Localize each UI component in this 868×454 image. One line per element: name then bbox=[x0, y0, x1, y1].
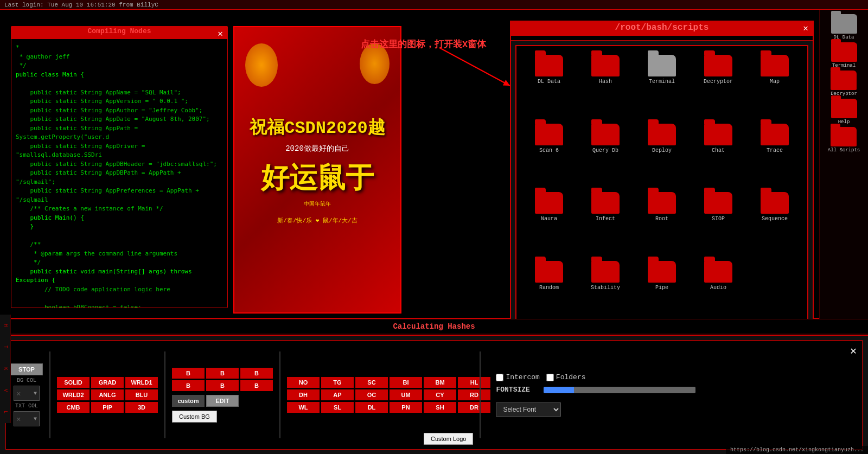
b-btn-1[interactable]: B bbox=[172, 368, 205, 379]
code-window-title: Compiling Nodes bbox=[87, 27, 151, 35]
file-item-naura[interactable]: Naura bbox=[523, 190, 575, 254]
b-btn-4[interactable]: B bbox=[172, 380, 205, 391]
b-btn-3[interactable]: B bbox=[240, 368, 273, 379]
folder-label-4: Map bbox=[770, 79, 780, 85]
code-window-close-btn[interactable]: ✕ bbox=[218, 28, 223, 39]
cmb-btn[interactable]: CMB bbox=[57, 402, 90, 413]
file-item-siop[interactable]: SIOP bbox=[692, 190, 744, 254]
lantern-decoration bbox=[245, 43, 278, 87]
code-window: Compiling Nodes ✕ * * @author jeff */ pu… bbox=[11, 26, 228, 308]
folder-icon-15 bbox=[535, 261, 563, 283]
divider-4 bbox=[480, 351, 481, 438]
b-btn-2[interactable]: B bbox=[206, 368, 239, 379]
pip-btn[interactable]: PIP bbox=[91, 402, 124, 413]
file-item-chat[interactable]: Chat bbox=[692, 122, 744, 186]
left-label-l[interactable]: L bbox=[3, 411, 8, 413]
left-label-h[interactable]: H bbox=[3, 324, 8, 327]
toolbar-close-btn[interactable]: ✕ bbox=[850, 344, 857, 357]
left-label-t[interactable]: T bbox=[3, 346, 8, 348]
file-item-query-db[interactable]: Query Db bbox=[579, 122, 631, 186]
um-btn[interactable]: UM bbox=[390, 389, 422, 400]
folder-label-5: Scan 6 bbox=[539, 148, 559, 154]
chinese-content: 祝福CSDN2020越 2020做最好的自己 好运鼠于 中国年鼠年 新/春/快/… bbox=[234, 27, 400, 312]
stop-button[interactable]: STOP bbox=[10, 363, 43, 375]
file-item-map[interactable]: Map bbox=[749, 53, 801, 117]
sh-btn[interactable]: SH bbox=[424, 402, 456, 413]
file-item-sequence[interactable]: Sequence bbox=[749, 190, 801, 254]
3d-btn[interactable]: 3D bbox=[125, 402, 158, 413]
sidebar-item-dldata[interactable]: DL Data bbox=[831, 14, 857, 40]
ap-btn[interactable]: AP bbox=[321, 389, 354, 400]
b-btn-5[interactable]: B bbox=[206, 380, 239, 391]
sidebar-folder-help bbox=[831, 99, 857, 118]
file-item-decryptor[interactable]: Decryptor bbox=[692, 53, 744, 117]
custom-bg-btn[interactable]: Custom BG bbox=[172, 411, 217, 423]
sidebar-item-label-allscripts: All Scripts bbox=[828, 148, 860, 153]
file-item-hash[interactable]: Hash bbox=[579, 53, 631, 117]
sc-btn[interactable]: SC bbox=[355, 377, 388, 388]
dh-btn[interactable]: DH bbox=[287, 389, 320, 400]
folders-checkbox-item: Folders bbox=[546, 373, 586, 381]
file-window-close-btn[interactable]: ✕ bbox=[803, 23, 808, 34]
rd-btn[interactable]: RD bbox=[458, 389, 490, 400]
annotation-arrow bbox=[434, 37, 521, 102]
left-label-v[interactable]: V bbox=[3, 389, 8, 392]
font-select[interactable]: Select Font bbox=[496, 402, 561, 417]
file-item-infect[interactable]: Infect bbox=[579, 190, 631, 254]
fontsize-slider[interactable] bbox=[544, 387, 695, 393]
b-btn-6[interactable]: B bbox=[240, 380, 273, 391]
sl-btn[interactable]: SL bbox=[321, 402, 354, 413]
pn-btn[interactable]: PN bbox=[390, 402, 422, 413]
file-item-deploy[interactable]: Deploy bbox=[636, 122, 688, 186]
wrld2-btn[interactable]: WRLD2 bbox=[57, 389, 90, 400]
file-item-dl-data[interactable]: DL Data bbox=[523, 53, 575, 117]
calc-label-bar: Calculating Hashes bbox=[0, 319, 868, 334]
custom-logo-btn[interactable]: Custom Logo bbox=[424, 433, 473, 445]
sidebar-folder-terminal bbox=[831, 42, 857, 62]
tg-btn[interactable]: TG bbox=[321, 377, 354, 388]
blu-btn[interactable]: BLU bbox=[125, 389, 158, 400]
file-item-terminal[interactable]: Terminal bbox=[636, 53, 688, 117]
grad-btn[interactable]: GRAD bbox=[91, 377, 124, 388]
oc-btn[interactable]: OC bbox=[355, 389, 388, 400]
dr-btn[interactable]: DR bbox=[458, 402, 490, 413]
chinese-big-text: 好运鼠于 bbox=[261, 159, 374, 197]
file-item-random[interactable]: Random bbox=[523, 259, 575, 323]
divider-3 bbox=[279, 351, 280, 438]
wl-btn[interactable]: WL bbox=[287, 402, 320, 413]
folder-icon-0 bbox=[535, 55, 563, 76]
file-item-stability[interactable]: Stability bbox=[579, 259, 631, 323]
dl-btn[interactable]: DL bbox=[355, 402, 388, 413]
sidebar-item-allscripts[interactable]: All Scripts bbox=[828, 127, 860, 153]
solid-btn[interactable]: SOLID bbox=[57, 377, 90, 388]
file-item-scan-6[interactable]: Scan 6 bbox=[523, 122, 575, 186]
file-manager-window: /root/bash/scripts ✕ DL DataHashTerminal… bbox=[510, 21, 814, 324]
bm-btn[interactable]: BM bbox=[424, 377, 456, 388]
bg-type-buttons: SOLID GRAD WRLD1 WRLD2 ANLG BLU CMB PIP … bbox=[57, 377, 158, 413]
file-item-trace[interactable]: Trace bbox=[749, 122, 801, 186]
file-item-audio[interactable]: Audio bbox=[692, 259, 744, 323]
sidebar-item-decryptor[interactable]: Decryptor bbox=[831, 71, 857, 97]
sidebar-item-help[interactable]: Help bbox=[831, 99, 857, 125]
divider-1 bbox=[49, 351, 50, 438]
custom-btn[interactable]: custom bbox=[172, 395, 205, 407]
folders-checkbox[interactable] bbox=[546, 374, 554, 381]
edit-btn[interactable]: EDIT bbox=[206, 395, 239, 407]
sidebar-folder-decryptor bbox=[831, 71, 857, 90]
cy-btn[interactable]: CY bbox=[424, 389, 456, 400]
folder-label-13: SIOP bbox=[712, 216, 725, 222]
bi-btn[interactable]: BI bbox=[390, 377, 422, 388]
wrld1-btn[interactable]: WRLD1 bbox=[125, 377, 158, 388]
sidebar-item-terminal[interactable]: Terminal bbox=[831, 42, 857, 68]
folder-label-0: DL Data bbox=[538, 79, 560, 85]
file-item-pipe[interactable]: Pipe bbox=[636, 259, 688, 323]
intercom-checkbox[interactable] bbox=[496, 374, 503, 381]
anlg-btn[interactable]: ANLG bbox=[91, 389, 124, 400]
no-btn[interactable]: NO bbox=[287, 377, 320, 388]
txt-col-swatch[interactable]: ✕ ▼ bbox=[14, 411, 40, 426]
left-label-k[interactable]: K bbox=[3, 367, 8, 370]
bg-col-swatch[interactable]: ✕ ▼ bbox=[14, 386, 40, 401]
file-item-root[interactable]: Root bbox=[636, 190, 688, 254]
folder-label-3: Decryptor bbox=[704, 79, 733, 85]
hl-btn[interactable]: HL bbox=[458, 377, 490, 388]
